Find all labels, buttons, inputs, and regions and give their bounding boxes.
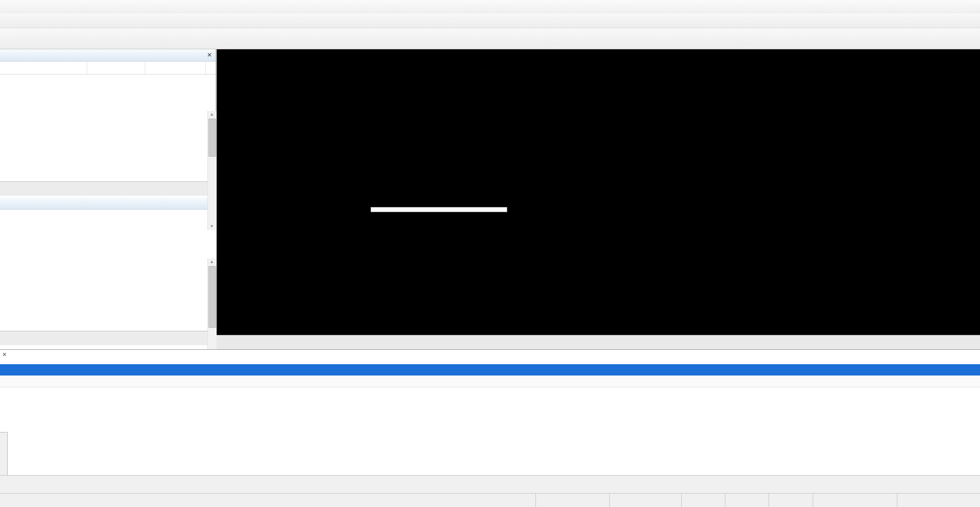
terminal-tabs	[0, 475, 980, 493]
status-hint	[0, 494, 535, 507]
orders-table-header	[0, 353, 980, 364]
market-watch-rows	[0, 74, 216, 181]
column-bid[interactable]	[87, 62, 145, 74]
drawing-toolbar	[0, 28, 980, 49]
menu-bar	[0, 0, 980, 14]
status-cell-1	[609, 494, 681, 507]
navigator-panel: ✕	[0, 197, 216, 345]
navigator-tabs	[0, 331, 216, 345]
terminal-side-tab[interactable]	[0, 432, 8, 477]
market-watch-scrollbar[interactable]: ▲ ▼	[207, 111, 216, 230]
app-logo-icon	[2, 2, 14, 11]
price-chart[interactable]	[217, 49, 980, 335]
status-cell-2	[681, 494, 725, 507]
navigator-tree	[0, 210, 216, 331]
status-bar	[0, 493, 980, 507]
market-watch-title: ✕	[0, 49, 216, 62]
status-cell-5	[813, 494, 897, 507]
chart-window-tabs	[217, 335, 980, 349]
status-cell-4	[768, 494, 813, 507]
status-cell-3	[725, 494, 768, 507]
mt4-window: ✕ ✕ ▲ ▼ ▲ ▼	[0, 0, 980, 507]
standard-toolbar	[0, 13, 980, 28]
market-watch-panel: ✕	[0, 49, 216, 196]
column-symbol[interactable]	[0, 62, 87, 74]
market-watch-close-icon[interactable]: ✕	[207, 49, 212, 61]
terminal-panel: ✕	[0, 349, 980, 475]
status-profile[interactable]	[535, 494, 609, 507]
left-panels: ✕ ✕ ▲ ▼ ▲ ▼	[0, 49, 216, 349]
chart-context-menu	[371, 207, 507, 212]
navigator-title: ✕	[0, 197, 216, 210]
balance-row	[0, 375, 980, 387]
status-connection	[897, 494, 980, 507]
market-watch-header	[0, 62, 216, 74]
column-ask[interactable]	[145, 62, 206, 74]
market-watch-tabs	[0, 181, 216, 196]
order-row[interactable]	[0, 364, 980, 375]
